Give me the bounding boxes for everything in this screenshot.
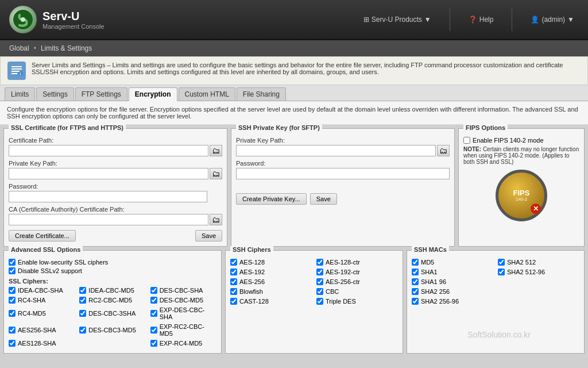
tab-limits[interactable]: Limits <box>5 87 35 101</box>
user-menu[interactable]: 👤 (admin) ▼ <box>526 16 579 24</box>
private-key-path-label: Private Key Path: <box>9 160 222 167</box>
fips-checkbox-label: Enable FIPS 140-2 mode <box>473 137 544 144</box>
breadcrumb: Global • Limits & Settings <box>0 40 588 56</box>
fips-note-text: Certain clients may no longer function w… <box>463 146 579 165</box>
svg-rect-3 <box>11 68 22 70</box>
user-chevron-icon: ▼ <box>567 16 574 24</box>
help-label: Help <box>479 16 494 24</box>
user-label: (admin) <box>541 16 565 24</box>
ssh-cipher-aes256-ctr: AES-256-ctr <box>316 278 398 285</box>
disable-sslv2-label: Disable SSLv2 support <box>18 267 82 274</box>
app-name-text: Serv-U <box>42 10 105 23</box>
cert-path-label: Certificate Path: <box>9 137 222 144</box>
cert-path-browse-btn[interactable]: 🗂 <box>210 145 222 156</box>
ssh-cipher-aes192-ctr: AES-192-ctr <box>316 269 398 275</box>
tab-file-sharing[interactable]: File Sharing <box>237 87 286 101</box>
cipher-des-cbc-sha: DES-CBC-SHA <box>150 287 216 294</box>
mac-empty2 <box>498 288 579 295</box>
ssl-ciphers-label: SSL Ciphers: <box>9 278 216 285</box>
top-panels-row: SSL Certificate (for FTPS and HTTPS) Cer… <box>3 128 585 247</box>
fips-checkbox[interactable] <box>463 137 470 144</box>
cipher-exp-rc2-cbc-md5: EXP-RC2-CBC-MD5 <box>150 323 216 337</box>
cipher-exp-rc4-md5: EXP-RC4-MD5 <box>150 340 216 347</box>
chevron-down-icon: ▼ <box>424 16 431 24</box>
fips-logo: FIPS 140-2 ✕ <box>496 170 547 221</box>
products-menu[interactable]: ⊞ Serv-U Products ▼ <box>359 16 436 24</box>
app-title: Serv-U Management Console <box>42 10 105 30</box>
mac-sha1-96: SHA1 96 <box>412 278 493 285</box>
cipher-des-cbc-3sha: DES-CBC-3SHA <box>79 306 145 320</box>
fips-checkbox-row: Enable FIPS 140-2 mode <box>463 137 579 144</box>
ssh-private-key-path-label: Private Key Path: <box>236 137 450 144</box>
tab-encryption[interactable]: Encryption <box>129 87 177 101</box>
ca-path-input[interactable] <box>9 214 208 225</box>
ssh-password-group: Password: <box>236 160 450 179</box>
cipher-idea-cbc-md5: IDEA-CBC-MD5 <box>79 287 145 294</box>
create-private-key-btn[interactable]: Create Private Key... <box>236 193 307 205</box>
mac-sha1: SHA1 <box>412 269 493 275</box>
ssl-certificate-panel: SSL Certificate (for FTPS and HTTPS) Cer… <box>3 128 227 247</box>
disable-sslv2-checkbox[interactable] <box>9 267 16 274</box>
cipher-des-cbc3-md5: DES-CBC3-MD5 <box>79 323 145 337</box>
ssh-macs-grid: MD5 SHA2 512 SHA1 SHA2 512-96 SHA1 96 SH… <box>412 259 579 306</box>
nav-divider <box>450 8 450 31</box>
header-nav: ⊞ Serv-U Products ▼ ❓ Help 👤 (admin) ▼ <box>359 8 579 31</box>
private-key-path-input[interactable] <box>9 168 208 179</box>
ssh-private-key-browse-btn[interactable]: 🗂 <box>437 145 450 156</box>
encryption-desc-text: Configure the encryption options for the… <box>7 106 578 120</box>
ssh-password-label: Password: <box>236 160 450 167</box>
ssh-save-btn[interactable]: Save <box>310 193 337 205</box>
grid-icon: ⊞ <box>363 16 369 24</box>
svg-text:i: i <box>20 72 21 76</box>
help-menu[interactable]: ❓ Help <box>464 16 498 24</box>
info-text: Server Limits and Settings – Limits and … <box>32 62 581 75</box>
cipher-rc4-sha: RC4-SHA <box>9 297 75 304</box>
tab-settings[interactable]: Settings <box>36 87 74 101</box>
ssl-save-btn[interactable]: Save <box>195 230 222 241</box>
ssh-cipher-cast128: CAST-128 <box>230 298 312 305</box>
products-label: Serv-U Products <box>372 16 422 24</box>
ssh-cipher-cbc: CBC <box>316 288 398 295</box>
fips-panel: FIPS Options Enable FIPS 140-2 mode NOTE… <box>458 128 585 247</box>
cert-path-group: Certificate Path: 🗂 <box>9 137 222 156</box>
cipher-des-cbc-md5: DES-CBC-MD5 <box>150 297 216 304</box>
svg-point-1 <box>21 17 25 22</box>
password-group: Password: <box>9 183 222 202</box>
private-key-browse-btn[interactable]: 🗂 <box>210 168 222 179</box>
password-label: Password: <box>9 183 222 190</box>
ca-path-group: CA (Certificate Authority) Certificate P… <box>9 206 222 225</box>
ca-path-browse-btn[interactable]: 🗂 <box>210 214 222 225</box>
mac-sha2-512-96: SHA2 512-96 <box>498 269 579 275</box>
ssh-ciphers-panel: SSH Ciphers AES-128 AES-128-ctr AES-192 … <box>225 250 403 354</box>
private-key-path-group: Private Key Path: 🗂 <box>9 160 222 179</box>
ssh-private-key-panel: SSH Private Key (for SFTP) Private Key P… <box>231 128 455 247</box>
info-bar: i Server Limits and Settings – Limits an… <box>0 56 588 85</box>
ssl-panel-title: SSL Certificate (for FTPS and HTTPS) <box>9 124 126 131</box>
ssh-macs-panel: SSH MACs MD5 SHA2 512 SHA1 SHA2 512-96 S… <box>407 250 585 354</box>
nav-divider2 <box>512 8 512 31</box>
low-security-checkbox[interactable] <box>9 259 16 266</box>
svg-rect-5 <box>11 73 17 74</box>
ssh-private-key-path-input[interactable] <box>236 145 436 156</box>
create-certificate-btn[interactable]: Create Certificate... <box>9 230 76 241</box>
ca-path-label: CA (Certificate Authority) Certificate P… <box>9 206 222 213</box>
cipher-aes256-sha: AES256-SHA <box>9 323 75 337</box>
low-security-label: Enable low-security SSL ciphers <box>18 259 108 266</box>
cert-path-input[interactable] <box>9 145 208 156</box>
password-input[interactable] <box>9 191 207 202</box>
tab-custom-html[interactable]: Custom HTML <box>179 87 235 101</box>
tab-ftp-settings[interactable]: FTP Settings <box>75 87 127 101</box>
ssl-ciphers-grid: IDEA-CBC-SHA IDEA-CBC-MD5 DES-CBC-SHA RC… <box>9 287 216 348</box>
cipher-empty <box>79 340 145 347</box>
ssh-macs-panel-title: SSH MACs <box>412 246 449 253</box>
app-subtitle-text: Management Console <box>42 23 105 30</box>
ssh-cipher-aes192: AES-192 <box>230 269 312 275</box>
fips-note: NOTE: Certain clients may no longer func… <box>463 146 579 165</box>
ssh-password-input[interactable] <box>236 168 450 179</box>
breadcrumb-global[interactable]: Global <box>9 44 29 52</box>
app-logo <box>9 6 37 33</box>
cipher-rc4-md5: RC4-MD5 <box>9 306 75 320</box>
mac-md5: MD5 <box>412 259 493 266</box>
mac-sha2-256: SHA2 256 <box>412 288 493 295</box>
info-icon: i <box>7 62 26 80</box>
